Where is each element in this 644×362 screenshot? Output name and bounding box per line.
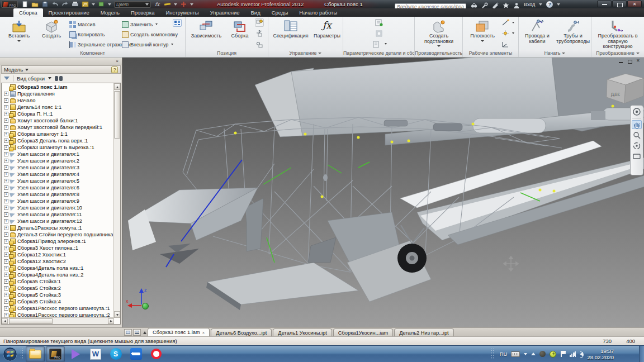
tree-item[interactable]: +Сборка4Деталь пола низ.:1 (3, 265, 113, 272)
expand-icon[interactable]: + (4, 112, 8, 116)
tree-item[interactable]: +Сборка1Расскос первого шпангоута.:1 (3, 305, 113, 312)
tree-item[interactable]: +Сборка5 Стойка:1 (3, 278, 113, 285)
tree-item[interactable]: +Узел шасси и двигателя:1 (3, 151, 113, 158)
expand-icon[interactable]: + (4, 253, 8, 257)
ribbon-tab-4[interactable]: Проверка (125, 8, 160, 17)
cascade-windows-icon[interactable] (124, 329, 132, 336)
help-icon[interactable]: ? (546, 1, 553, 8)
restore-button[interactable] (612, 1, 627, 7)
ribbon-tab-6[interactable]: Управление (205, 8, 245, 17)
tree-item[interactable]: +Начало (3, 97, 113, 104)
start-button[interactable] (2, 346, 18, 362)
axis-icon[interactable] (501, 18, 510, 27)
free-rotate-icon[interactable] (255, 40, 264, 49)
ucs-icon[interactable] (501, 40, 510, 49)
expand-icon[interactable]: + (4, 172, 8, 177)
redo-icon[interactable] (61, 1, 69, 7)
clock[interactable]: 19:37 28.02.2020 (587, 348, 614, 360)
ribbon-tab-9[interactable]: Начало работы (293, 8, 343, 17)
bom-button[interactable]: Спецификация (269, 18, 312, 49)
axis-caret-icon[interactable] (512, 22, 514, 23)
create-button[interactable]: Создать (36, 18, 67, 49)
tabs-expand-icon[interactable] (143, 331, 146, 334)
replace-button[interactable]: Заменить (122, 20, 158, 28)
word-taskbar-button[interactable]: W (86, 346, 105, 362)
tree-item[interactable]: +Узел шасси и двигателя:10 (3, 204, 113, 211)
search-binoculars-icon[interactable] (471, 1, 477, 8)
tree-item[interactable]: +Узел шасси и двигателя:8 (3, 191, 113, 198)
kmplayer-taskbar-button[interactable] (66, 346, 85, 362)
expand-icon[interactable]: + (4, 246, 8, 250)
expand-icon[interactable]: + (4, 212, 8, 217)
scroll-up-icon[interactable] (114, 83, 120, 90)
find-binoculars-icon[interactable] (55, 76, 63, 81)
expand-icon[interactable]: + (4, 145, 8, 150)
tree-item[interactable]: +Сборка1Привод элеронов.:1 (3, 238, 113, 245)
expand-icon[interactable]: + (4, 279, 8, 284)
ribbon-tab-1[interactable]: Сборка (13, 8, 43, 17)
plus-dropdown-icon[interactable] (190, 3, 193, 6)
plus-icon[interactable] (180, 1, 187, 7)
expand-icon[interactable]: + (4, 159, 8, 163)
expand-icon[interactable]: + (4, 179, 8, 183)
material-dropdown-icon[interactable] (108, 3, 111, 6)
constrain-button[interactable]: Зависимость (188, 18, 225, 49)
3d-viewport[interactable]: z x зад (122, 58, 644, 327)
signin-label[interactable]: Вход (524, 2, 535, 7)
tree-item[interactable]: +Сборка5 Стойка:4 (3, 298, 113, 305)
user-icon[interactable] (513, 1, 520, 8)
group-label-begin[interactable]: Начать (519, 50, 591, 57)
iassemblies-icon[interactable] (375, 29, 383, 37)
expand-icon[interactable]: + (4, 152, 8, 156)
shrinkwrap-button[interactable]: Внешний контур (122, 40, 173, 49)
tree-item[interactable]: +Узел шасси и двигателя:2 (3, 158, 113, 164)
parameters-fx-icon[interactable]: fx (154, 1, 161, 7)
ribbon-tab-8[interactable]: Среды (266, 8, 294, 17)
expand-icon[interactable]: + (4, 165, 8, 170)
parameters-button[interactable]: ƒx Параметры (312, 18, 342, 49)
skype-taskbar-button[interactable]: S (106, 346, 125, 362)
pan-hand-icon[interactable] (632, 120, 642, 129)
expand-icon[interactable]: + (4, 219, 8, 223)
close-button[interactable] (627, 1, 642, 7)
expand-icon[interactable]: + (4, 273, 8, 277)
antivirus-icon[interactable] (550, 351, 556, 358)
expand-icon[interactable]: + (4, 226, 8, 230)
tree-item[interactable]: +Сборка12 Хвостик:1 (3, 251, 113, 258)
update-icon[interactable] (82, 1, 89, 7)
group-label-convert[interactable]: Преобразование (591, 50, 644, 57)
show-hidden-icons[interactable] (531, 353, 536, 355)
tree-item[interactable]: +Сборка5 Стойка:3 (3, 292, 113, 298)
ribbon-tab-3[interactable]: Модель (95, 8, 125, 17)
tree-item[interactable]: +Узел шасси и двигателя:3 (3, 164, 113, 171)
tree-item[interactable]: +Сборка3 Хвост пилона.:1 (3, 245, 113, 251)
zoom-icon[interactable] (632, 131, 642, 140)
copy-button[interactable]: Копировать (69, 30, 105, 39)
wrench-icon[interactable] (481, 1, 488, 8)
expand-icon[interactable]: + (4, 266, 8, 270)
tree-item[interactable]: +Узел шасси и двигателя:11 (3, 211, 113, 218)
tree-item[interactable]: +Деталь3 Стойки переднего подшипника руч… (3, 231, 113, 238)
point-icon[interactable] (501, 29, 510, 37)
browser-header[interactable]: Модель ? (1, 65, 121, 74)
doc-close-icon[interactable] (636, 59, 642, 64)
convert-weldment-button[interactable]: Преобразовать в сварную конструкцию (593, 18, 643, 49)
pipes-button[interactable]: Трубы и трубопроводы (556, 18, 590, 49)
doc-tab-3[interactable]: Деталь1 Укосины.ipt (273, 328, 332, 336)
print-icon[interactable] (72, 1, 79, 7)
vertical-scroll-thumb[interactable] (114, 91, 120, 139)
tree-item[interactable]: +Сборка3 Шпангоут Б вырезка.:1 (3, 144, 113, 151)
doc-tab-2[interactable]: Деталь6 Воздухо...ipt (211, 328, 272, 336)
volume-icon[interactable] (580, 352, 583, 356)
new-file-icon[interactable] (21, 1, 29, 7)
tree-item[interactable]: Сборка3 пояс 1.iam (3, 84, 113, 90)
ribbon-tab-7[interactable]: Вид (245, 8, 266, 17)
expand-icon[interactable]: + (4, 139, 8, 143)
browser-close-icon[interactable]: × (114, 59, 120, 64)
expand-icon[interactable]: + (4, 98, 8, 103)
help-caret-icon[interactable] (557, 3, 560, 6)
color-combo[interactable]: Цвет (114, 1, 151, 8)
keyboard-layout-icon[interactable] (511, 351, 520, 357)
create-layout-button[interactable]: Создать компоновку (122, 30, 178, 39)
tree-item[interactable]: +Хомут хвостовой балки:1 (3, 117, 113, 124)
